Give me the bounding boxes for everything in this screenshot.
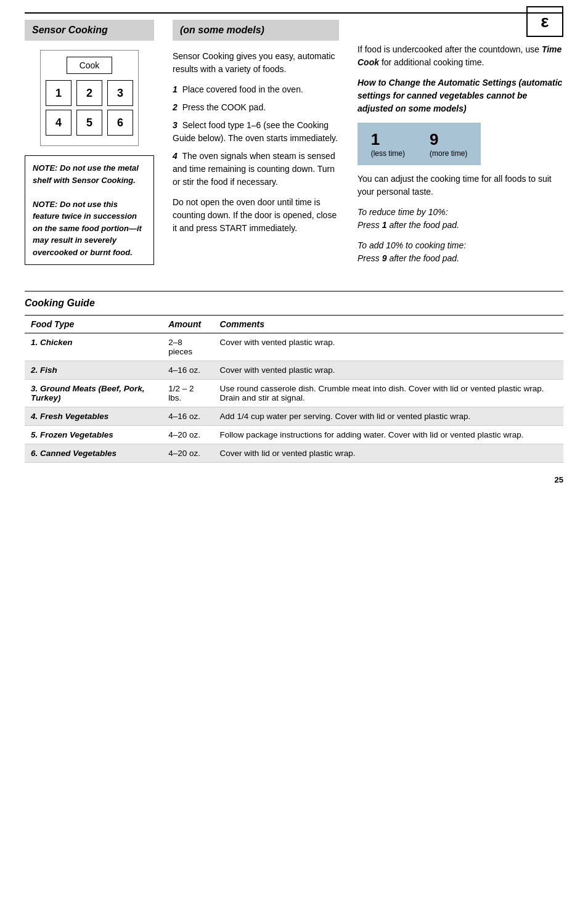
cell-amount: 4–16 oz. (162, 407, 213, 426)
table-header: Food Type Amount Comments (25, 316, 563, 333)
adjust-less-num[interactable]: 1 (371, 130, 405, 149)
adjust-less-section: 1 (less time) (371, 130, 405, 158)
table-row: 4. Fresh Vegetables4–16 oz.Add 1/4 cup w… (25, 407, 563, 426)
middle-column: (on some models) Sensor Cooking gives yo… (166, 20, 351, 272)
reduce-label: To reduce time by 10%: Press 1 after the… (357, 206, 563, 232)
intro-text: Sensor Cooking gives you easy, automatic… (173, 50, 339, 76)
reduce-label-text: To reduce time by 10%: (357, 207, 448, 217)
step-3-num: 3 (173, 120, 178, 130)
step-1-text: Place covered food in the oven. (182, 84, 303, 94)
cell-food-type: 1. Chicken (25, 333, 162, 361)
cell-comments: Cover with vented plastic wrap. (214, 333, 563, 361)
key-3[interactable]: 3 (107, 80, 133, 106)
adjust-more-num[interactable]: 9 (430, 130, 467, 149)
adjust-box: 1 (less time) 9 (more time) (357, 123, 481, 165)
left-column: Sensor Cooking Cook 1 2 3 4 5 6 NOTE: Do… (25, 20, 166, 272)
brand-icon: ε (526, 6, 563, 37)
note2-text: NOTE: Do not use this feature twice in s… (33, 198, 146, 259)
keypad-row-2: 4 5 6 (46, 110, 133, 136)
key-1[interactable]: 1 (46, 80, 71, 106)
key-5[interactable]: 5 (76, 110, 102, 136)
cell-comments: Use round casserole dish. Crumble meat i… (214, 380, 563, 407)
key-4[interactable]: 4 (46, 110, 71, 136)
additional-time-text: for additional cooking time. (382, 57, 484, 67)
table-body: 1. Chicken2–8 piecesCover with vented pl… (25, 333, 563, 463)
do-not-open-text: Do not open the oven door until time is … (173, 196, 339, 235)
how-to-header: How to Change the Automatic Settings (au… (357, 76, 563, 115)
key-2[interactable]: 2 (76, 80, 102, 106)
reduce-after: after the food pad. (389, 220, 459, 230)
step-1: 1 Place covered food in the oven. (173, 83, 339, 96)
if-undercooked-text: If food is undercooked after the countdo… (357, 43, 563, 69)
step-3-text: Select food type 1–6 (see the Cooking Gu… (173, 120, 338, 143)
right-column: If food is undercooked after the countdo… (351, 20, 563, 272)
cell-amount: 2–8 pieces (162, 333, 213, 361)
note1-text: NOTE: Do not use the metal shelf with Se… (33, 162, 146, 186)
col-food-type: Food Type (25, 316, 162, 333)
add-prefix: Press (357, 253, 380, 263)
cell-food-type: 5. Frozen Vegetables (25, 426, 162, 444)
step-2-num: 2 (173, 102, 178, 112)
cell-comments: Cover with vented plastic wrap. (214, 361, 563, 380)
step-list: 1 Place covered food in the oven. 2 Pres… (173, 83, 339, 189)
keypad-row-1: 1 2 3 (46, 80, 133, 106)
adjust-more-label: (more time) (430, 149, 467, 158)
page-number: 25 (25, 475, 563, 484)
table-row: 2. Fish4–16 oz.Cover with vented plastic… (25, 361, 563, 380)
step-2: 2 Press the COOK pad. (173, 101, 339, 114)
step-1-num: 1 (173, 84, 178, 94)
add-label: To add 10% to cooking time: Press 9 afte… (357, 239, 563, 265)
page: ε Sensor Cooking Cook 1 2 3 4 5 6 (0, 0, 588, 909)
cell-amount: 4–20 oz. (162, 444, 213, 463)
table-row: 1. Chicken2–8 piecesCover with vented pl… (25, 333, 563, 361)
step-4-text: The oven signals when steam is sensed an… (173, 151, 335, 187)
cell-amount: 4–20 oz. (162, 426, 213, 444)
cell-food-type: 6. Canned Vegetables (25, 444, 162, 463)
table-row: 3. Ground Meats (Beef, Pork, Turkey)1/2 … (25, 380, 563, 407)
add-after: after the food pad. (389, 253, 459, 263)
cooking-guide-section: Cooking Guide Food Type Amount Comments … (25, 291, 563, 463)
undercooked-prefix: If food is undercooked after the countdo… (357, 44, 539, 54)
cell-amount: 4–16 oz. (162, 361, 213, 380)
cell-comments: Add 1/4 cup water per serving. Cover wit… (214, 407, 563, 426)
step-4-num: 4 (173, 151, 178, 161)
adjust-text: You can adjust the cooking time for all … (357, 173, 563, 198)
cook-button[interactable]: Cook (67, 57, 113, 74)
cell-food-type: 2. Fish (25, 361, 162, 380)
epsilon-icon: ε (541, 12, 549, 31)
step-2-text: Press the COOK pad. (182, 102, 266, 112)
cell-amount: 1/2 – 2 lbs. (162, 380, 213, 407)
add-num: 9 (382, 253, 387, 263)
main-content: Sensor Cooking Cook 1 2 3 4 5 6 NOTE: Do… (25, 20, 563, 272)
adjust-more-section: 9 (more time) (430, 130, 467, 158)
cooking-guide-table: Food Type Amount Comments 1. Chicken2–8 … (25, 315, 563, 463)
table-header-row: Food Type Amount Comments (25, 316, 563, 333)
col-amount: Amount (162, 316, 213, 333)
note-box: NOTE: Do not use the metal shelf with Se… (25, 155, 154, 265)
add-label-text: To add 10% to cooking time: (357, 240, 466, 250)
top-border (25, 12, 563, 14)
key-6[interactable]: 6 (107, 110, 133, 136)
sensor-cooking-title: Sensor Cooking (25, 20, 154, 41)
adjust-less-label: (less time) (371, 149, 405, 158)
cooking-guide-title: Cooking Guide (25, 298, 563, 309)
step-3: 3 Select food type 1–6 (see the Cooking … (173, 119, 339, 145)
col-comments: Comments (214, 316, 563, 333)
reduce-num: 1 (382, 220, 387, 230)
step-4: 4 The oven signals when steam is sensed … (173, 150, 339, 189)
keypad-container: Cook 1 2 3 4 5 6 (40, 50, 139, 146)
cell-food-type: 3. Ground Meats (Beef, Pork, Turkey) (25, 380, 162, 407)
on-some-models-title: (on some models) (173, 20, 339, 41)
reduce-prefix: Press (357, 220, 380, 230)
cell-comments: Cover with lid or vented plastic wrap. (214, 444, 563, 463)
cell-food-type: 4. Fresh Vegetables (25, 407, 162, 426)
cell-comments: Follow package instructions for adding w… (214, 426, 563, 444)
table-row: 6. Canned Vegetables4–20 oz.Cover with l… (25, 444, 563, 463)
table-row: 5. Frozen Vegetables4–20 oz.Follow packa… (25, 426, 563, 444)
